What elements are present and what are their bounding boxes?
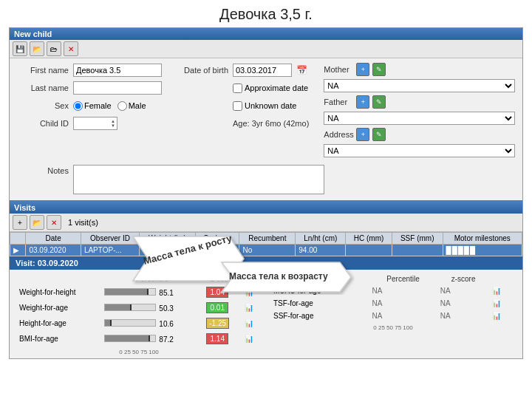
window-titlebar: New child — [10, 28, 522, 40]
visits-count: 1 visit(s) — [68, 218, 98, 227]
meas-right-row-label: TSF-for-age — [271, 298, 368, 309]
meas-right-scale: 0 25 50 75 100 — [270, 323, 516, 331]
visits-section: Visits + 📂 ✕ 1 visit(s) Date Observer ID… — [10, 200, 522, 256]
approx-date-checkbox[interactable] — [233, 83, 242, 93]
col-header-ssf: SSF (mm) — [392, 233, 443, 245]
meas-row-chart-icon[interactable]: 📊 — [242, 301, 261, 315]
first-name-input[interactable] — [73, 64, 162, 77]
col-header-motor: Motor milestones — [443, 233, 522, 245]
approx-date-row: Approximate date — [177, 81, 309, 95]
meas-right-col-action — [490, 274, 515, 284]
meas-row-label: BMI-for-age — [17, 332, 100, 346]
page-title: Девочка 3,5 г. — [0, 0, 532, 27]
row-recumbent: No — [239, 245, 296, 256]
calendar-icon[interactable]: 📅 — [296, 65, 307, 75]
col-header-hc: HC (mm) — [346, 233, 392, 245]
sex-female-radio[interactable] — [73, 101, 83, 111]
address-add-button[interactable]: + — [356, 128, 369, 141]
visits-add-button[interactable]: + — [13, 215, 27, 230]
meas-right-row-zscore: NA — [438, 298, 489, 309]
meas-left-scale: 0 25 50 75 100 — [16, 347, 262, 355]
meas-right-row-chart-icon[interactable]: 📊 — [490, 310, 515, 321]
col-header-observer: Observer ID — [81, 233, 139, 245]
meas-left-col: Percentile z-score Weight-for-height 85.… — [16, 273, 262, 355]
child-id-row: Child ID ▲ ▼ — [17, 116, 162, 131]
col-header-lnht: Ln/ht (cm) — [296, 233, 346, 245]
open-button[interactable]: 📂 — [30, 41, 44, 56]
sex-male-radio[interactable] — [117, 101, 127, 111]
delete-button[interactable]: ✕ — [64, 41, 78, 56]
meas-header-row: Percentile z-score — [17, 274, 261, 284]
mother-label: Mother — [324, 65, 353, 74]
father-select[interactable]: NA — [324, 112, 515, 125]
address-edit-button[interactable]: ✎ — [372, 128, 386, 141]
meas-row-zscore: 1.04 — [204, 285, 241, 299]
zscore-badge: 0.01 — [206, 302, 228, 313]
form-right-col: Mother + ✎ NA Father + ✎ NA — [324, 63, 515, 157]
table-row[interactable]: ▶ 03.09.2020 LAPTOP-... 15.00 No No 94.0… — [10, 245, 522, 256]
save-button[interactable]: 💾 — [13, 41, 27, 56]
mother-select-row: NA — [324, 79, 515, 92]
form-left-col: First name Last name Sex Female Male — [17, 63, 162, 157]
visits-delete-button[interactable]: ✕ — [47, 215, 61, 230]
mother-add-button[interactable]: + — [356, 63, 369, 76]
address-select[interactable]: NA — [324, 144, 515, 157]
father-edit-button[interactable]: ✎ — [372, 95, 386, 109]
visits-titlebar: Visits — [10, 202, 522, 214]
visits-table-header-row: Date Observer ID Weight (kg) Oedema Recu… — [10, 233, 522, 245]
notes-section: Notes — [10, 162, 522, 197]
visits-table: Date Observer ID Weight (kg) Oedema Recu… — [10, 232, 522, 256]
window-toolbar: 💾 📂 🗁 ✕ — [10, 40, 522, 58]
meas-row-chart-icon[interactable]: 📊 — [242, 332, 261, 346]
meas-right-row: TSF-for-age NA NA 📊 — [271, 298, 515, 309]
mother-edit-button[interactable]: ✎ — [372, 63, 386, 76]
notes-textarea[interactable] — [73, 165, 324, 194]
dob-input[interactable] — [233, 64, 292, 77]
meas-row-chart-icon[interactable]: 📊 — [242, 285, 261, 299]
father-select-row: NA — [324, 112, 515, 125]
unknown-date-checkbox-label[interactable]: Unknown date — [233, 101, 296, 111]
last-name-row: Last name — [17, 81, 162, 95]
meas-left-table: Percentile z-score Weight-for-height 85.… — [16, 273, 262, 347]
meas-left-row: Height-for-age 10.6 -1.25 📊 — [17, 316, 261, 330]
sex-radio-group: Female Male — [73, 101, 146, 111]
unknown-date-checkbox[interactable] — [233, 101, 242, 111]
row-motor: █████ — [443, 245, 522, 256]
father-add-button[interactable]: + — [356, 95, 369, 109]
visits-open-button[interactable]: 📂 — [30, 215, 44, 230]
notes-label: Notes — [17, 165, 69, 175]
approx-date-checkbox-label[interactable]: Approximate date — [233, 83, 308, 93]
meas-row-percentile: 10.6 — [102, 316, 203, 330]
meas-col-label — [17, 274, 100, 284]
meas-col-percentile: Percentile — [102, 274, 203, 284]
meas-right-row: MUAC-for-age NA NA 📊 — [271, 285, 515, 296]
child-id-spinner[interactable]: ▲ ▼ — [73, 117, 117, 130]
first-name-row: First name — [17, 63, 162, 78]
meas-col-zscore: z-score — [204, 274, 241, 284]
patient-form: First name Last name Sex Female Male — [10, 58, 522, 162]
meas-right-header-row: Percentile z-score — [271, 274, 515, 284]
meas-right-row-zscore: NA — [438, 310, 489, 321]
meas-right-row-chart-icon[interactable]: 📊 — [490, 285, 515, 296]
row-weight: 15.00 — [140, 245, 196, 256]
visit-detail-title: Visit: 03.09.2020 — [16, 259, 78, 267]
last-name-input[interactable] — [73, 81, 162, 95]
first-name-label: First name — [17, 66, 69, 75]
meas-row-chart-icon[interactable]: 📊 — [242, 316, 261, 330]
address-label: Address — [324, 130, 353, 139]
meas-right-row-chart-icon[interactable]: 📊 — [490, 298, 515, 309]
meas-right-row-zscore: NA — [438, 285, 489, 296]
spinner-arrows[interactable]: ▲ ▼ — [111, 119, 115, 128]
col-header-recumbent: Recumbent — [239, 233, 296, 245]
child-id-label: Child ID — [17, 119, 69, 128]
col-header-weight: Weight (kg) — [140, 233, 196, 245]
last-name-label: Last name — [17, 83, 69, 92]
sex-male-option[interactable]: Male — [117, 101, 146, 111]
mother-select[interactable]: NA — [324, 79, 515, 92]
folder-button[interactable]: 🗁 — [47, 41, 61, 56]
row-oedema: No — [195, 245, 239, 256]
mother-row: Mother + ✎ — [324, 63, 515, 76]
meas-right-col-zscore: z-score — [438, 274, 489, 284]
meas-right-col-percentile: Percentile — [369, 274, 436, 284]
sex-female-option[interactable]: Female — [73, 101, 112, 111]
